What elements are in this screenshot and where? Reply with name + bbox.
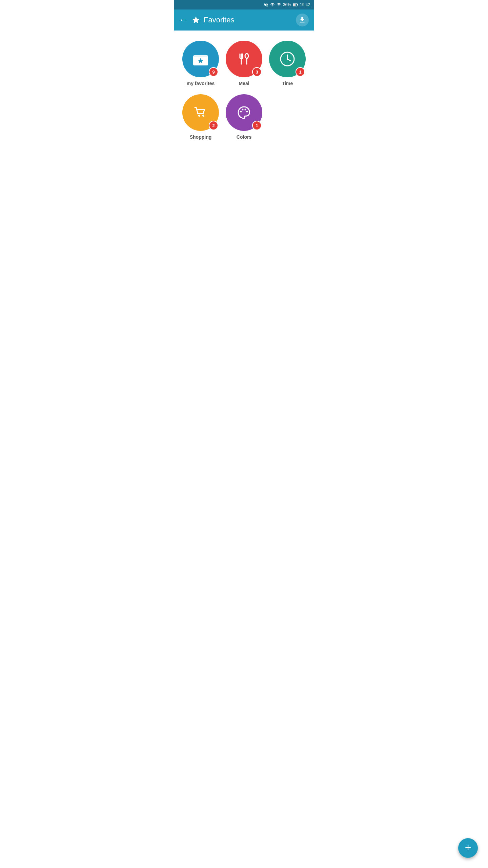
download-button[interactable] bbox=[296, 14, 309, 26]
mute-icon bbox=[264, 2, 268, 7]
svg-point-13 bbox=[287, 58, 288, 60]
download-icon bbox=[299, 16, 306, 24]
svg-point-8 bbox=[245, 54, 248, 58]
star-icon bbox=[191, 16, 200, 24]
badge-time: 1 bbox=[296, 67, 305, 77]
back-button[interactable]: ← bbox=[179, 16, 187, 24]
circle-wrapper-shopping: 2 bbox=[182, 94, 219, 131]
svg-point-17 bbox=[242, 109, 244, 111]
svg-point-15 bbox=[202, 115, 204, 117]
label-meal: Meal bbox=[239, 81, 249, 86]
svg-point-14 bbox=[198, 115, 200, 117]
svg-point-18 bbox=[245, 109, 246, 111]
status-bar: 36% 19:42 bbox=[174, 0, 314, 9]
signal-icon bbox=[277, 2, 281, 7]
label-shopping: Shopping bbox=[190, 134, 212, 140]
label-time: Time bbox=[282, 81, 293, 86]
app-bar-title: Favorites bbox=[191, 16, 234, 24]
app-bar-left: ← Favorites bbox=[179, 16, 234, 24]
battery-text: 36% bbox=[283, 2, 291, 7]
circle-wrapper-colors: 1 bbox=[226, 94, 262, 131]
circle-wrapper-meal: 3 bbox=[226, 41, 262, 77]
category-item-meal[interactable]: 3 Meal bbox=[224, 41, 264, 86]
clock-icon bbox=[278, 50, 297, 68]
circle-wrapper-time: 1 bbox=[269, 41, 306, 77]
battery-icon bbox=[293, 3, 298, 7]
svg-point-16 bbox=[240, 111, 242, 113]
badge-colors: 1 bbox=[252, 121, 262, 130]
app-bar: ← Favorites bbox=[174, 9, 314, 31]
category-item-shopping[interactable]: 2 Shopping bbox=[181, 94, 221, 140]
fork-spoon-icon bbox=[236, 51, 252, 67]
star-folder-icon bbox=[192, 52, 209, 66]
badge-shopping: 2 bbox=[209, 121, 218, 130]
circle-wrapper-my-favorites: 9 bbox=[182, 41, 219, 77]
status-icons: 36% 19:42 bbox=[264, 2, 310, 7]
badge-my-favorites: 9 bbox=[209, 67, 218, 77]
label-my-favorites: my favorites bbox=[187, 81, 215, 86]
label-colors: Colors bbox=[237, 134, 251, 140]
time-text: 19:42 bbox=[300, 2, 310, 7]
badge-meal: 3 bbox=[252, 67, 262, 77]
content-area: 9 my favorites bbox=[174, 31, 314, 150]
category-item-colors[interactable]: 1 Colors bbox=[224, 94, 264, 140]
category-grid: 9 my favorites bbox=[181, 41, 307, 140]
wifi-icon bbox=[270, 2, 275, 7]
category-item-time[interactable]: 1 Time bbox=[267, 41, 307, 86]
svg-rect-1 bbox=[297, 4, 298, 5]
svg-point-19 bbox=[246, 111, 248, 113]
category-item-my-favorites[interactable]: 9 my favorites bbox=[181, 41, 221, 86]
palette-icon bbox=[235, 103, 253, 122]
cart-icon bbox=[191, 103, 210, 122]
